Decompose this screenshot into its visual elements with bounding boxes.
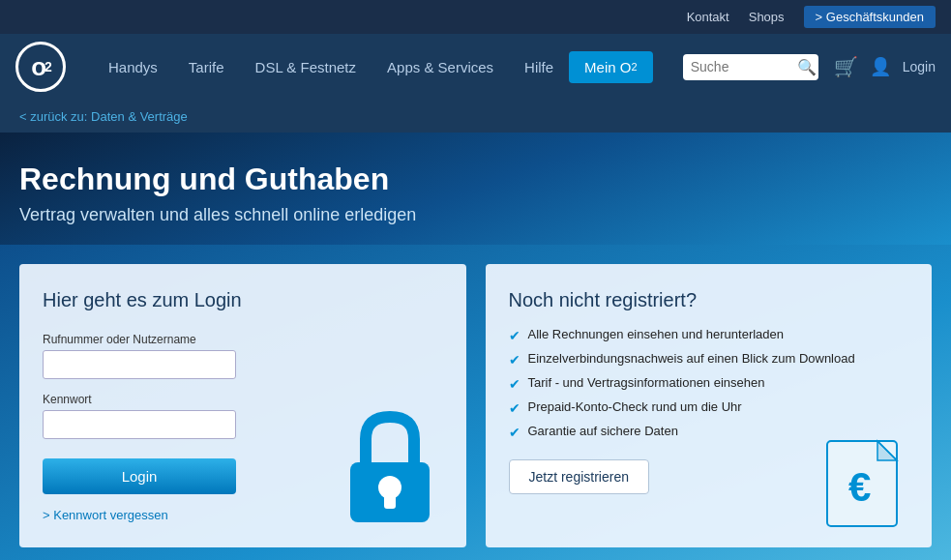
list-item: ✔ Alle Rechnungen einsehen und herunterl… [509,327,909,343]
list-item: ✔ Einzelverbindungsnachweis auf einen Bl… [509,351,909,368]
breadcrumb-bar: zurück zu: Daten & Verträge [0,100,951,133]
page-title: Rechnung und Guthaben [19,162,932,197]
check-icon-2: ✔ [509,352,520,368]
svg-rect-2 [384,493,396,509]
nav-mein-o2[interactable]: Mein O2 [569,51,652,83]
register-card: Noch nicht registriert? ✔ Alle Rechnunge… [486,264,933,547]
kontakt-link[interactable]: Kontakt [687,10,729,24]
nav-tarife[interactable]: Tarife [173,34,240,100]
benefit-1: Alle Rechnungen einsehen und herunterlad… [528,327,785,341]
nav-right: 🔍 🛒 👤 Login [683,54,936,80]
benefits-list: ✔ Alle Rechnungen einsehen und herunterl… [509,327,909,440]
benefit-3: Tarif - und Vertragsinformationen einseh… [528,375,765,390]
check-icon-4: ✔ [509,400,520,416]
cart-login-area: 🛒 👤 Login [834,55,936,78]
username-input[interactable] [43,350,236,379]
username-label: Rufnummer oder Nutzername [43,333,443,346]
logo[interactable]: o2 [15,42,66,92]
nav-hilfe[interactable]: Hilfe [509,34,569,100]
euro-illustration: € [819,431,916,538]
hero-section: Rechnung und Guthaben Vertrag verwalten … [0,133,951,245]
search-box[interactable]: 🔍 [683,54,818,80]
page-subtitle: Vertrag verwalten und alles schnell onli… [19,205,932,225]
logo-o: o [31,52,45,82]
shops-link[interactable]: Shops [749,10,785,24]
logo-2: 2 [45,59,50,74]
nav-mein-label: Mein O [584,59,631,75]
nav-mein-sub: 2 [631,61,637,73]
password-input[interactable] [43,410,236,439]
breadcrumb[interactable]: zurück zu: Daten & Verträge [19,109,188,124]
login-link[interactable]: Login [903,59,936,74]
register-card-title: Noch nicht registriert? [509,289,909,311]
cart-icon[interactable]: 🛒 [834,55,858,78]
svg-text:€: € [848,464,871,510]
nav-apps[interactable]: Apps & Services [371,34,509,100]
login-button[interactable]: Login [43,458,236,494]
benefit-4: Prepaid-Konto-Check rund um die Uhr [528,399,742,414]
content-area: Hier geht es zum Login Rufnummer oder Nu… [0,245,951,560]
lock-illustration [337,402,443,528]
nav-dsl[interactable]: DSL & Festnetz [240,34,372,100]
benefit-2: Einzelverbindungsnachweis auf einen Blic… [528,351,855,366]
search-icon[interactable]: 🔍 [797,58,817,76]
geschaeftskunden-link[interactable]: Geschäftskunden [804,6,936,28]
username-group: Rufnummer oder Nutzername [43,333,443,379]
logo-circle: o2 [15,42,66,92]
top-bar: Kontakt Shops Geschäftskunden [0,0,951,34]
main-nav: o2 Handys Tarife DSL & Festnetz Apps & S… [0,34,951,100]
benefit-5: Garantie auf sichere Daten [528,424,678,438]
user-icon: 👤 [870,56,891,77]
register-button[interactable]: Jetzt registrieren [509,459,649,494]
list-item: ✔ Prepaid-Konto-Check rund um die Uhr [509,399,909,416]
check-icon-1: ✔ [509,328,520,343]
login-card: Hier geht es zum Login Rufnummer oder Nu… [19,264,466,547]
nav-handys[interactable]: Handys [93,34,173,100]
list-item: ✔ Tarif - und Vertragsinformationen eins… [509,375,909,392]
check-icon-3: ✔ [509,376,520,392]
search-input[interactable] [691,59,797,74]
nav-links: Handys Tarife DSL & Festnetz Apps & Serv… [93,34,683,100]
login-card-title: Hier geht es zum Login [43,289,443,311]
check-icon-5: ✔ [509,425,520,440]
